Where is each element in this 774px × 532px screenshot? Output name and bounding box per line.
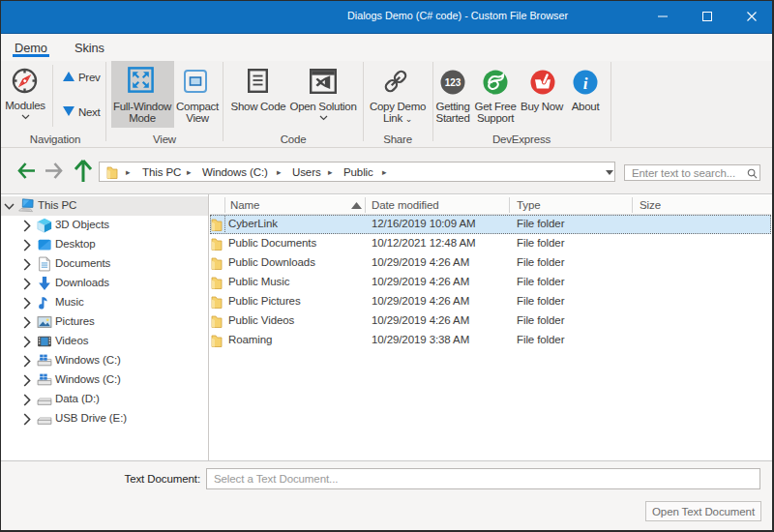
svg-text:i: i bbox=[583, 74, 588, 93]
svg-text:123: 123 bbox=[445, 77, 461, 88]
